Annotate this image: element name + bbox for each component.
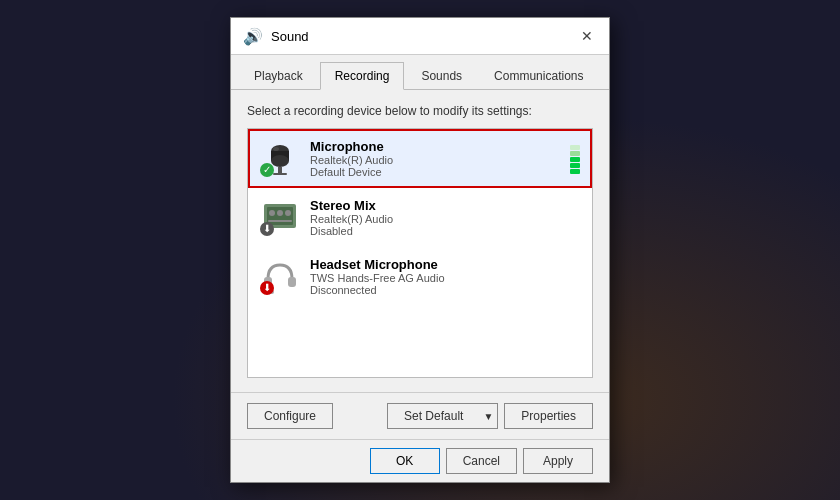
microphone-info: Microphone Realtek(R) Audio Default Devi… [310, 139, 560, 178]
vol-bar-2 [570, 163, 580, 168]
device-item-stereo-mix[interactable]: ⬇ Stereo Mix Realtek(R) Audio Disabled [248, 188, 592, 247]
headset-info: Headset Microphone TWS Hands-Free AG Aud… [310, 257, 580, 296]
instruction-text: Select a recording device below to modif… [247, 104, 593, 118]
headset-name: Headset Microphone [310, 257, 580, 272]
svg-rect-4 [273, 173, 287, 175]
stereo-mix-status: Disabled [310, 225, 580, 237]
microphone-name: Microphone [310, 139, 560, 154]
right-buttons: Set Default ▼ Properties [387, 403, 593, 429]
sound-dialog: 🔊 Sound ✕ Playback Recording Sounds Comm… [230, 17, 610, 483]
vol-bar-1 [570, 169, 580, 174]
device-item-headset[interactable]: ⬇ Headset Microphone TWS Hands-Free AG A… [248, 247, 592, 306]
tab-recording[interactable]: Recording [320, 62, 405, 90]
properties-button[interactable]: Properties [504, 403, 593, 429]
title-bar: 🔊 Sound ✕ [231, 18, 609, 55]
stereo-mix-name: Stereo Mix [310, 198, 580, 213]
stereo-mix-icon-container: ⬇ [260, 200, 300, 236]
disabled-badge: ⬇ [260, 222, 274, 236]
stereo-mix-info: Stereo Mix Realtek(R) Audio Disabled [310, 198, 580, 237]
disconnected-badge: ⬇ [260, 281, 274, 295]
svg-point-9 [277, 210, 283, 216]
set-default-button[interactable]: Set Default [387, 403, 479, 429]
ok-button[interactable]: OK [370, 448, 440, 474]
close-button[interactable]: ✕ [577, 26, 597, 46]
stereo-mix-driver: Realtek(R) Audio [310, 213, 580, 225]
svg-rect-11 [268, 220, 292, 222]
configure-button[interactable]: Configure [247, 403, 333, 429]
headset-icon-container: ⬇ [260, 259, 300, 295]
svg-rect-13 [288, 277, 296, 287]
default-badge: ✓ [260, 163, 274, 177]
device-list: ✓ Microphone Realtek(R) Audio Default De… [247, 128, 593, 378]
cancel-button[interactable]: Cancel [446, 448, 517, 474]
microphone-driver: Realtek(R) Audio [310, 154, 560, 166]
dialog-title: Sound [271, 29, 569, 44]
content-area: Select a recording device below to modif… [231, 90, 609, 392]
svg-point-2 [271, 155, 289, 167]
headset-status: Disconnected [310, 284, 580, 296]
svg-rect-3 [278, 167, 282, 174]
tab-playback[interactable]: Playback [239, 62, 318, 90]
svg-point-10 [285, 210, 291, 216]
set-default-group: Set Default ▼ [387, 403, 498, 429]
microphone-status: Default Device [310, 166, 560, 178]
microphone-icon-container: ✓ [260, 141, 300, 177]
vol-bar-5 [570, 145, 580, 150]
tab-sounds[interactable]: Sounds [406, 62, 477, 90]
apply-button[interactable]: Apply [523, 448, 593, 474]
headset-driver: TWS Hands-Free AG Audio [310, 272, 580, 284]
dialog-footer: OK Cancel Apply [231, 439, 609, 482]
volume-indicator [570, 144, 580, 174]
tab-bar: Playback Recording Sounds Communications [231, 55, 609, 90]
dialog-icon: 🔊 [243, 27, 263, 46]
vol-bar-3 [570, 157, 580, 162]
tab-communications[interactable]: Communications [479, 62, 598, 90]
set-default-dropdown[interactable]: ▼ [479, 403, 498, 429]
vol-bar-4 [570, 151, 580, 156]
svg-point-8 [269, 210, 275, 216]
device-item-microphone[interactable]: ✓ Microphone Realtek(R) Audio Default De… [248, 129, 592, 188]
svg-point-5 [273, 147, 279, 151]
device-action-buttons: Configure Set Default ▼ Properties [231, 392, 609, 439]
